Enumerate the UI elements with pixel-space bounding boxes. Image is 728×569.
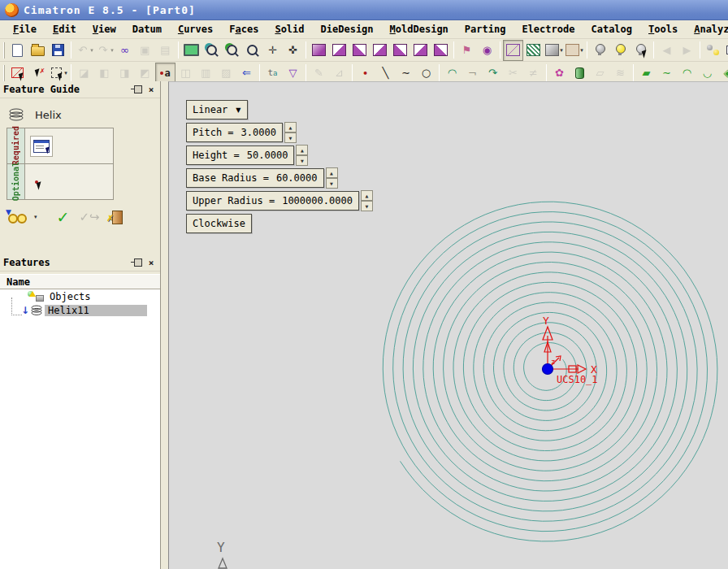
view-front-button[interactable] <box>329 40 349 61</box>
open-file-button[interactable] <box>28 40 48 61</box>
zoom-window-button[interactable] <box>222 40 242 61</box>
menu-item-datum[interactable]: Datum <box>124 22 170 37</box>
optional-input-slot[interactable] <box>25 164 113 199</box>
spin-up-button[interactable]: ▲ <box>284 122 297 132</box>
fold-surface-button[interactable]: ◡ <box>697 63 717 84</box>
view-isometric-button[interactable] <box>309 40 329 61</box>
point-tool-button[interactable]: ∙ <box>355 63 375 84</box>
light-on-button[interactable] <box>610 40 630 61</box>
display-filter-button[interactable]: ▽ <box>283 63 303 84</box>
preview-dropdown-icon[interactable]: ▾ <box>34 214 37 220</box>
blend-surface-button[interactable]: ◠ <box>677 63 697 84</box>
zoom-dynamic-button[interactable] <box>242 40 262 61</box>
dropdown-arrow-icon[interactable]: ▾ <box>560 47 563 54</box>
pick-box-filter-button[interactable]: ▾ <box>48 63 68 84</box>
menu-item-diedesign[interactable]: DieDesign <box>313 22 382 37</box>
spin-up-button[interactable]: ▲ <box>361 190 373 201</box>
pan-view-button[interactable]: ✛ <box>262 40 283 61</box>
sweep-surface-button[interactable]: ∼ <box>656 63 677 84</box>
view-top-button[interactable] <box>349 40 370 61</box>
corner-tool-button[interactable]: ¬ <box>462 63 483 84</box>
arc-tool-button[interactable]: ◠ <box>442 63 462 84</box>
show-attributes-button[interactable]: a <box>155 63 176 84</box>
pick-entity-button[interactable] <box>7 63 28 84</box>
menu-item-faces[interactable]: Faces <box>221 22 266 37</box>
primitive-cylinder-button[interactable] <box>570 63 590 84</box>
dropdown-arrow-icon[interactable]: ▾ <box>64 70 67 76</box>
menu-item-edit[interactable]: Edit <box>45 22 84 37</box>
menu-item-electrode[interactable]: Electrode <box>514 22 583 37</box>
cancel-pick-button[interactable]: ✗ <box>28 63 48 84</box>
spin-down-button[interactable]: ▼ <box>361 201 373 211</box>
display-hidden-line-button[interactable] <box>523 40 544 61</box>
dropdown-arrow-icon[interactable]: ▾ <box>90 47 93 54</box>
close-icon[interactable]: × <box>145 84 157 95</box>
preview-button[interactable]: ▼ <box>6 208 28 226</box>
menu-item-analyze[interactable]: Analyze <box>686 22 728 37</box>
menu-item-parting[interactable]: Parting <box>457 22 514 37</box>
view-glasses-button[interactable]: ∞ <box>115 40 135 61</box>
menu-item-view[interactable]: View <box>84 22 124 37</box>
menu-item-molddesign[interactable]: MoldDesign <box>382 22 457 37</box>
free-surface-button[interactable]: ✿ <box>549 63 570 84</box>
spin-up-button[interactable]: ▲ <box>326 167 338 178</box>
dropdown-arrow-icon[interactable]: ▾ <box>580 47 583 54</box>
param-pitch-input[interactable]: Pitch =3.0000 <box>186 123 283 142</box>
view-left-button[interactable] <box>390 40 410 61</box>
drive-surface-button[interactable]: ▰ <box>636 63 656 84</box>
toolbar-grip[interactable] <box>3 42 5 59</box>
save-file-button[interactable] <box>48 40 68 61</box>
view-back-button[interactable] <box>410 40 431 61</box>
view-flag-button[interactable]: ⚑ <box>457 40 477 61</box>
direction-toggle-button[interactable]: Clockwise <box>186 214 252 233</box>
display-shaded-button[interactable]: ▾ <box>544 40 564 61</box>
param-base-radius-input[interactable]: Base Radius =60.0000 <box>186 168 324 188</box>
spin-down-button[interactable]: ▼ <box>326 178 338 189</box>
helix-type-dropdown[interactable]: Linear ▼ <box>186 100 248 119</box>
tree-item-helix11[interactable]: ↓Helix11 <box>0 303 160 317</box>
display-wireframe-button[interactable] <box>503 40 523 61</box>
revolve-surface-button[interactable]: ◈ <box>717 63 728 84</box>
tree-item-objects[interactable]: Objects <box>0 289 160 303</box>
toolbar-grip[interactable] <box>3 65 5 81</box>
view-right-button[interactable] <box>370 40 390 61</box>
ok-button[interactable]: ✓ <box>55 208 72 226</box>
curve-direction-button[interactable]: ↷ <box>483 63 503 84</box>
pin-icon[interactable] <box>132 257 144 268</box>
refresh-display-button[interactable] <box>181 40 202 61</box>
required-input-slot[interactable] <box>25 128 113 163</box>
rotate-view-button[interactable]: ✜ <box>283 40 303 61</box>
panel-splitter[interactable] <box>161 81 168 569</box>
viewport[interactable]: Y X z UCS10_1 Y Linear ▼ Pitch =3.0000▲▼… <box>168 81 728 569</box>
dropdown-arrow-icon[interactable]: ▾ <box>110 47 114 54</box>
circle-tool-button[interactable]: ○ <box>416 63 436 84</box>
next-view-button: ▶ <box>677 40 697 61</box>
display-transparent-button[interactable]: ▾ <box>564 40 584 61</box>
spin-down-button[interactable]: ▼ <box>296 155 308 166</box>
new-document-button[interactable] <box>7 40 28 61</box>
quick-text-button[interactable]: ta <box>262 63 283 84</box>
spin-down-button[interactable]: ▼ <box>284 132 297 143</box>
light-pick-button[interactable] <box>630 40 651 61</box>
cancel-exit-button[interactable]: ✗ <box>108 208 125 226</box>
zoom-all-button[interactable] <box>202 40 222 61</box>
close-icon[interactable]: × <box>145 257 157 268</box>
feature-guide-table: Required Optional <box>6 128 114 200</box>
spin-up-button[interactable]: ▲ <box>296 145 308 155</box>
menu-item-curves[interactable]: Curves <box>170 22 221 37</box>
pin-icon[interactable] <box>132 84 144 95</box>
entity-visibility-button[interactable] <box>703 40 723 61</box>
return-exit-button[interactable]: ⇐ <box>236 63 257 84</box>
spline-tool-button[interactable]: ∼ <box>396 63 416 84</box>
snapshot-camera-button[interactable]: ◉ <box>477 40 497 61</box>
param-upper-radius-input[interactable]: Upper Radius =1000000.0000 <box>186 191 359 211</box>
menu-item-tools[interactable]: Tools <box>640 22 686 37</box>
menu-item-catalog[interactable]: Catalog <box>583 22 640 37</box>
line-tool-button[interactable]: ╲ <box>375 63 396 84</box>
light-ambient-button[interactable] <box>590 40 610 61</box>
measure-tool-button[interactable] <box>723 40 728 61</box>
param-height-input[interactable]: Height =50.0000 <box>186 146 294 165</box>
view-bottom-button[interactable] <box>431 40 451 61</box>
menu-item-file[interactable]: File <box>5 22 45 37</box>
menu-item-solid[interactable]: Solid <box>266 22 312 37</box>
